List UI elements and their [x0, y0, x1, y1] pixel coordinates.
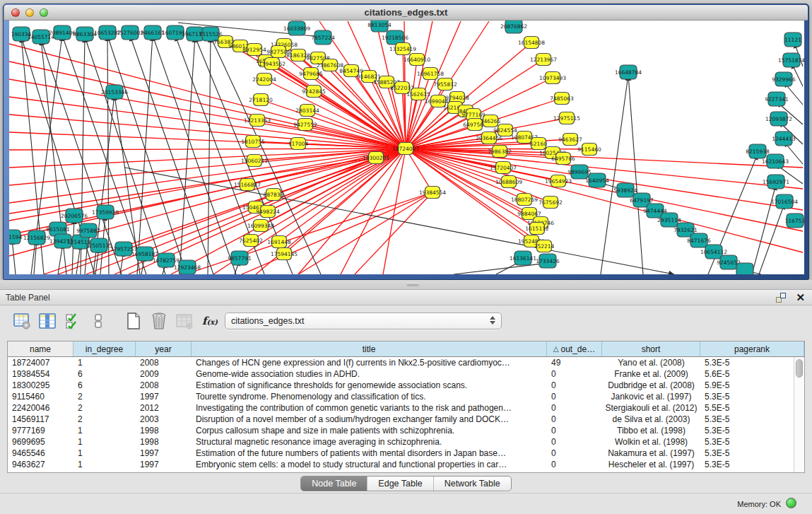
- vertical-scrollbar[interactable]: [794, 357, 804, 472]
- select-rows-icon[interactable]: [62, 310, 83, 332]
- graph-edge[interactable]: [9, 44, 406, 148]
- close-window-button[interactable]: [11, 8, 20, 17]
- table-row[interactable]: 946554611997Estimation of the future num…: [8, 448, 804, 459]
- graph-node[interactable]: 2803144: [295, 105, 319, 117]
- memory-status-indicator[interactable]: [786, 498, 796, 508]
- column-header-short[interactable]: short: [602, 341, 700, 356]
- tab-node-table[interactable]: Node Table: [301, 477, 367, 491]
- graph-node[interactable]: 10688609: [495, 176, 522, 188]
- graph-node[interactable]: 7485063: [550, 93, 574, 105]
- graph-node[interactable]: 8215938: [746, 144, 770, 158]
- graph-node[interactable]: 12093872: [765, 112, 792, 126]
- graph-node[interactable]: 19654923: [545, 175, 572, 187]
- tab-edge-table[interactable]: Edge Table: [367, 477, 433, 491]
- graph-node[interactable]: 9227341: [765, 92, 789, 106]
- graph-node[interactable]: 9115460: [577, 144, 601, 156]
- graph-node[interactable]: 9329966: [772, 72, 796, 86]
- graph-node[interactable]: 2718120: [249, 94, 273, 106]
- table-row[interactable]: 1456911722003Disruption of a novel membe…: [8, 414, 804, 425]
- graph-node[interactable]: 7675692: [539, 197, 563, 209]
- table-row[interactable]: 911546021997Tourette syndrome. Phenomeno…: [8, 391, 804, 402]
- graph-node[interactable]: 1733426: [536, 254, 560, 268]
- hide-columns-icon[interactable]: [88, 310, 109, 332]
- graph-node[interactable]: 15751874: [778, 53, 804, 67]
- graph-node[interactable]: 15276002: [117, 25, 143, 40]
- table-row[interactable]: 2242004622012Investigating the contribut…: [8, 402, 804, 414]
- graph-node[interactable]: 62160: [530, 138, 547, 150]
- zoom-window-button[interactable]: [40, 8, 48, 17]
- graph-edge[interactable]: [383, 148, 406, 274]
- graph-node[interactable]: 16648784: [615, 65, 642, 79]
- graph-node[interactable]: 9857791: [228, 251, 252, 265]
- scrollbar-thumb[interactable]: [796, 359, 803, 378]
- graph-node[interactable]: 9463627: [558, 134, 582, 146]
- graph-node[interactable]: 1244413: [772, 132, 796, 146]
- graph-node[interactable]: 7986382: [488, 146, 512, 158]
- graph-edge[interactable]: [406, 94, 418, 148]
- minimize-window-button[interactable]: [25, 8, 34, 17]
- graph-edge[interactable]: [454, 263, 548, 274]
- graph-node[interactable]: 17359928: [92, 205, 119, 219]
- graph-edge[interactable]: [355, 192, 433, 274]
- column-header-in_degree[interactable]: in_degree: [73, 341, 136, 356]
- float-panel-icon[interactable]: [776, 293, 786, 303]
- table-settings-icon[interactable]: [11, 310, 33, 332]
- column-header-pagerank[interactable]: pagerank: [700, 341, 804, 356]
- graph-node[interactable]: 116753: [785, 214, 804, 228]
- delete-table-icon[interactable]: [148, 310, 170, 332]
- table-row[interactable]: 1830029562008Estimation of significance …: [8, 380, 804, 391]
- graph-edge[interactable]: [9, 148, 406, 150]
- graph-node[interactable]: 1640954: [585, 173, 609, 187]
- graph-node[interactable]: 7955812: [433, 78, 457, 90]
- column-header-name[interactable]: name: [8, 341, 73, 356]
- graph-node[interactable]: 9466161: [141, 25, 165, 40]
- network-canvas[interactable]: 1903341405571420891406886330410653287152…: [9, 21, 804, 274]
- table-row[interactable]: 946362711997Embryonic stem cells: a mode…: [8, 459, 804, 470]
- graph-node[interactable]: 331594: [9, 230, 23, 244]
- graph-node[interactable]: 16154808: [518, 37, 545, 49]
- graph-edge[interactable]: [137, 35, 153, 274]
- delete-column-icon[interactable]: [174, 310, 195, 332]
- table-row[interactable]: 1872400712008Changes of HCN gene express…: [8, 357, 804, 368]
- column-header-title[interactable]: title: [192, 341, 547, 356]
- graph-edge[interactable]: [759, 204, 784, 274]
- graph-node[interactable]: 8863304: [73, 27, 97, 41]
- graph-node[interactable]: 9479685: [299, 68, 323, 80]
- graph-edge[interactable]: [208, 37, 211, 274]
- graph-node[interactable]: 12213967: [530, 54, 557, 66]
- graph-node[interactable]: 117004: [288, 138, 309, 150]
- graph-node[interactable]: 11121: [784, 33, 801, 47]
- divider-grip[interactable]: [406, 283, 419, 286]
- graph-edge[interactable]: [130, 35, 213, 274]
- graph-edge[interactable]: [180, 37, 195, 274]
- tab-network-table[interactable]: Network Table: [434, 477, 511, 491]
- graph-edge[interactable]: [9, 79, 406, 148]
- graph-node[interactable]: 746266: [481, 115, 501, 127]
- function-builder-icon[interactable]: f(x): [202, 315, 218, 327]
- graph-node[interactable]: 9975887: [76, 223, 100, 238]
- select-columns-icon[interactable]: [37, 310, 58, 332]
- graph-node[interactable]: 16136141: [510, 251, 536, 265]
- column-header-year[interactable]: year: [136, 341, 192, 356]
- split-pane-divider[interactable]: [0, 280, 812, 290]
- graph-node[interactable]: 7857224: [311, 30, 335, 45]
- graph-node[interactable]: 887833: [264, 189, 284, 201]
- table-row[interactable]: 969969511998Structural magnetic resonanc…: [8, 436, 804, 448]
- graph-edge[interactable]: [9, 158, 376, 214]
- close-panel-icon[interactable]: ✕: [796, 292, 805, 303]
- column-header-out_de[interactable]: △out_de…: [547, 341, 602, 356]
- table-row[interactable]: 977716911998Corpus callosum shape and si…: [8, 425, 804, 436]
- graph-edge[interactable]: [298, 192, 433, 274]
- graph-node[interactable]: [736, 263, 753, 274]
- table-selector-combobox[interactable]: citations_edges.txt: [225, 313, 502, 329]
- window-titlebar[interactable]: citations_edges.txt: [4, 5, 808, 21]
- graph-node[interactable]: 17016504: [771, 194, 798, 209]
- graph-node[interactable]: 12156829: [23, 230, 50, 245]
- graph-edge[interactable]: [628, 75, 643, 274]
- graph-node[interactable]: 20876862: [500, 21, 527, 33]
- graph-node[interactable]: 16640910: [404, 54, 430, 66]
- graph-node[interactable]: 752214: [534, 240, 555, 252]
- new-table-icon[interactable]: [123, 310, 144, 332]
- table-row[interactable]: 1938455462009Genome-wide association stu…: [8, 368, 804, 380]
- graph-node[interactable]: 8813054: [367, 21, 392, 32]
